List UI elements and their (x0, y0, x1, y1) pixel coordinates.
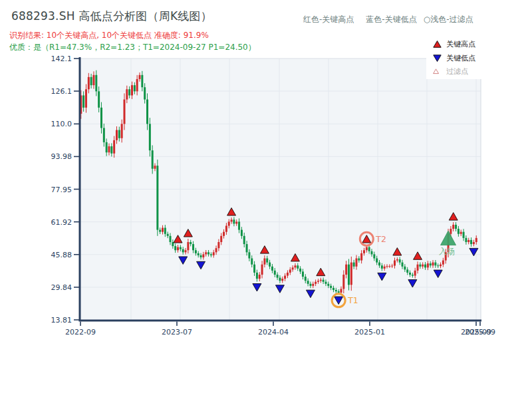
candle (207, 252, 209, 254)
candle (312, 284, 314, 286)
candle (414, 271, 416, 276)
candle (391, 266, 393, 267)
candle (217, 242, 219, 248)
candle (162, 228, 164, 232)
candle (460, 232, 462, 234)
candle (432, 263, 434, 266)
candle (167, 234, 169, 236)
candle (220, 236, 222, 242)
x-axis-tick-label: 2022-09 (65, 328, 96, 336)
candle (473, 242, 475, 244)
candle (315, 282, 317, 284)
candle (294, 265, 296, 267)
candle (149, 124, 151, 150)
candle (277, 275, 279, 278)
candle (146, 100, 148, 124)
t2-label: T2 (375, 234, 386, 244)
y-axis-tick-label: 142.1 (51, 55, 72, 63)
candle (118, 130, 120, 138)
candle (251, 259, 253, 265)
candle (358, 259, 360, 261)
candle (266, 259, 268, 263)
candle (355, 259, 357, 267)
candle (263, 259, 265, 265)
legend-item-label: 关键高点 (446, 39, 475, 49)
candle (409, 273, 411, 275)
legend-item-key-low: 关键低点 (433, 53, 497, 63)
candle (90, 77, 92, 85)
candle (253, 265, 255, 273)
candle (440, 265, 442, 266)
candle (279, 278, 281, 281)
candle (195, 250, 197, 253)
candle (243, 236, 245, 244)
candle (417, 265, 419, 271)
candle (241, 230, 243, 236)
candle (205, 252, 207, 254)
entry-label: 入场 (439, 247, 455, 256)
x-axis-tick-label: 2025-09 (465, 328, 495, 336)
candle (317, 281, 319, 282)
candle (302, 271, 304, 277)
candle (465, 238, 467, 242)
candle (340, 289, 342, 293)
candle (190, 242, 192, 244)
candle (309, 284, 311, 286)
candle (434, 263, 436, 266)
x-axis-tick-label: 2024-04 (258, 328, 289, 336)
candle (144, 87, 146, 99)
candle (106, 142, 108, 152)
candle (231, 219, 233, 221)
candle (386, 266, 388, 267)
candle (281, 279, 283, 281)
candle (470, 240, 472, 244)
y-axis-tick-label: 77.95 (51, 186, 72, 194)
candle (110, 146, 112, 154)
candle (82, 95, 84, 107)
candle (185, 250, 187, 252)
y-axis-tick-label: 110.0 (51, 120, 72, 128)
candle (342, 275, 344, 289)
candle (373, 254, 375, 258)
candle (348, 265, 350, 285)
candle (384, 267, 386, 269)
candle (164, 228, 166, 234)
candle (116, 130, 118, 140)
candle (363, 250, 365, 253)
candle (246, 244, 248, 252)
candle (370, 251, 372, 255)
candle (215, 248, 217, 252)
candle (396, 259, 398, 261)
candle (235, 221, 237, 223)
candle (467, 240, 469, 242)
legend-item-key-high: 关键高点 (433, 39, 497, 49)
candle (85, 89, 87, 108)
candle (256, 273, 258, 279)
candle (98, 91, 100, 108)
candle (225, 226, 227, 232)
candle (430, 263, 432, 265)
candle (475, 238, 477, 242)
candle (238, 221, 240, 229)
candle (458, 229, 460, 234)
candle (131, 85, 133, 95)
candle (442, 261, 444, 265)
candle (274, 271, 276, 275)
legend-item-label: 过滤点 (446, 66, 468, 76)
x-axis-tick-label: 2025-01 (354, 328, 385, 336)
candle (378, 263, 380, 266)
candle (139, 75, 141, 79)
candle (287, 273, 289, 276)
candle (419, 265, 421, 267)
candle (233, 219, 235, 223)
y-axis-tick-label: 13.81 (51, 316, 72, 325)
candle (284, 276, 286, 279)
candle (455, 225, 457, 229)
candle (381, 265, 383, 269)
candle (330, 286, 332, 288)
candle (123, 100, 125, 124)
candle (297, 265, 299, 269)
chart-legend: 关键高点 关键低点 过滤点 (426, 37, 497, 79)
candle (159, 230, 161, 232)
candle (88, 77, 90, 89)
